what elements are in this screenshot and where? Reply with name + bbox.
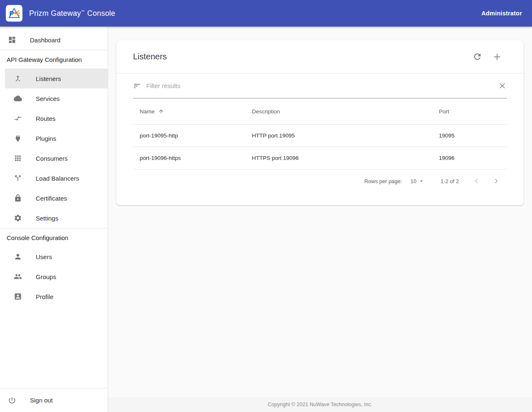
refresh-button[interactable] (471, 51, 483, 63)
clear-filter-button[interactable] (497, 81, 507, 91)
listener-port: 19096 (432, 147, 507, 169)
next-page-button[interactable] (491, 176, 501, 186)
trademark-symbol: ™ (81, 10, 84, 13)
sign-out-label: Sign out (30, 397, 53, 404)
sidebar-item-label: Dashboard (30, 37, 60, 44)
caret-down-icon (418, 178, 425, 184)
prizm-logo-icon: P (7, 6, 22, 21)
sidebar-item-label: Settings (36, 215, 58, 222)
table-header-row: Name Description Port (133, 98, 507, 125)
table-row[interactable]: port-19096-https HTTPS port 19096 19096 (133, 147, 507, 169)
sort-ascending-icon (158, 108, 164, 115)
close-icon (498, 82, 506, 90)
main-content: Listeners Name (108, 27, 532, 412)
sign-out-button[interactable]: Sign out (0, 388, 108, 412)
card-header: Listeners (116, 40, 524, 74)
lock-icon (14, 194, 22, 202)
sidebar-item-listeners[interactable]: Listeners (5, 69, 108, 88)
app-title: Prizm Gateway™ Console (29, 9, 115, 18)
table-pagination: Rows per page: 10 1-2 of 2 (133, 169, 507, 193)
contact-card-icon (14, 292, 22, 301)
add-icon (492, 52, 502, 62)
sidebar-item-plugins[interactable]: Plugins (0, 128, 108, 148)
app-logo: P (6, 5, 22, 22)
filter-input[interactable] (141, 78, 497, 94)
rows-per-page-label: Rows per page: (364, 178, 402, 184)
sidebar-item-label: Users (36, 253, 52, 260)
sidebar-item-consumers[interactable]: Consumers (0, 148, 108, 168)
rows-per-page-select[interactable]: 10 (410, 178, 424, 184)
table-row[interactable]: port-19095-http HTTP port 19095 19095 (133, 125, 507, 147)
sidebar-item-label: Certificates (36, 195, 67, 202)
sidebar-nav: Dashboard API Gateway Configuration List… (0, 27, 108, 412)
app-title-secondary: Console (87, 9, 115, 18)
sidebar-section-api-gateway: API Gateway Configuration (0, 50, 108, 69)
listener-name: port-19096-https (133, 147, 245, 169)
sidebar-item-label: Routes (36, 115, 56, 122)
plug-icon (14, 134, 22, 142)
sidebar-item-groups[interactable]: Groups (0, 267, 108, 287)
page-title: Listeners (133, 52, 167, 61)
listener-description: HTTPS port 19096 (245, 147, 432, 169)
svg-text:P: P (9, 10, 14, 18)
apps-grid-icon (14, 154, 22, 162)
sidebar-item-routes[interactable]: Routes (0, 108, 108, 128)
sidebar-item-label: Groups (36, 273, 56, 280)
sidebar-item-label: Load Balancers (36, 175, 79, 182)
refresh-icon (473, 52, 482, 61)
chevron-right-icon (492, 177, 501, 186)
sidebar-item-certificates[interactable]: Certificates (0, 188, 108, 208)
sidebar-item-users[interactable]: Users (0, 247, 108, 267)
previous-page-button[interactable] (471, 176, 481, 186)
sidebar-section-console-config: Console Configuration (0, 228, 108, 247)
column-header-description[interactable]: Description (245, 98, 432, 124)
listeners-card: Listeners Name (116, 40, 524, 205)
column-header-name[interactable]: Name (133, 98, 245, 124)
user-menu[interactable]: Administrator (481, 10, 522, 17)
listeners-table: Name Description Port port-19095-http HT… (133, 98, 507, 169)
filter-bar (133, 74, 507, 98)
copyright-text: Copyright © 2021 NuWave Technologies, In… (268, 402, 372, 407)
sidebar-item-load-balancers[interactable]: Load Balancers (0, 168, 108, 188)
listener-name: port-19095-http (133, 125, 245, 147)
chevron-left-icon (472, 177, 481, 186)
listener-port: 19095 (432, 125, 507, 147)
people-icon (14, 272, 22, 281)
dashboard-icon (8, 36, 16, 44)
sidebar-item-label: Listeners (36, 75, 61, 82)
app-bar: P Prizm Gateway™ Console Administrator (0, 0, 532, 27)
sidebar-item-label: Services (36, 95, 60, 102)
add-listener-button[interactable] (491, 51, 503, 63)
pagination-range-label: 1-2 of 2 (441, 178, 459, 184)
listener-description: HTTP port 19095 (245, 125, 432, 147)
sidebar-item-settings[interactable]: Settings (0, 208, 108, 228)
call-merge-icon (14, 74, 22, 83)
call-split-icon (14, 174, 22, 182)
cloud-icon (14, 94, 22, 103)
gear-icon (14, 214, 22, 222)
column-header-port[interactable]: Port (432, 98, 507, 124)
power-icon (8, 396, 16, 405)
sidebar-item-label: Plugins (36, 135, 56, 142)
sidebar-item-label: Consumers (36, 155, 68, 162)
person-icon (14, 253, 22, 261)
app-title-primary: Prizm Gateway (29, 9, 81, 18)
footer: Copyright © 2021 NuWave Technologies, In… (108, 397, 532, 412)
sidebar-item-profile[interactable]: Profile (0, 287, 108, 307)
compare-arrows-icon (14, 114, 22, 123)
filter-icon (133, 82, 141, 90)
sidebar-item-label: Profile (36, 293, 54, 300)
sidebar-item-dashboard[interactable]: Dashboard (0, 30, 108, 50)
sidebar-item-services[interactable]: Services (0, 88, 108, 108)
